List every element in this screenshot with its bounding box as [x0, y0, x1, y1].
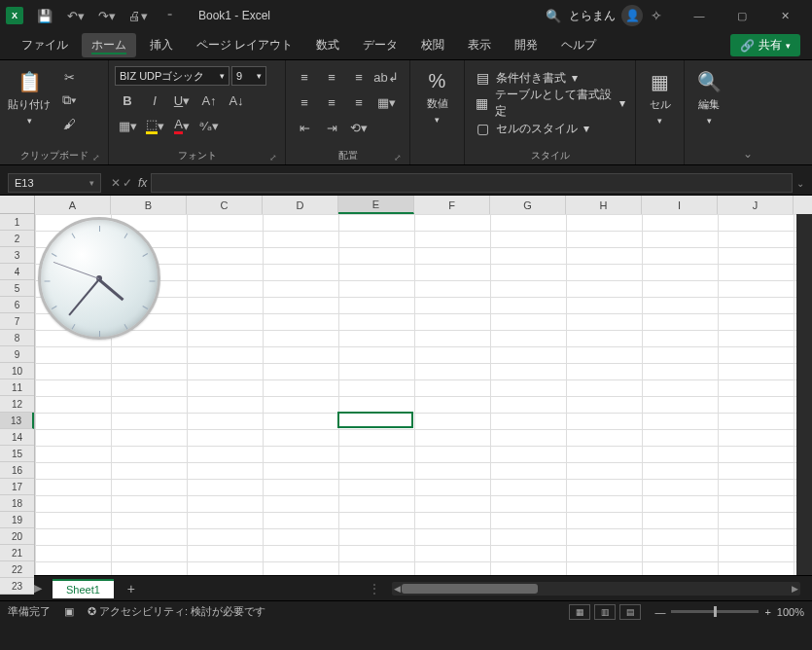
cancel-formula-icon[interactable]: ✕ [111, 176, 121, 190]
italic-button[interactable]: I [142, 90, 167, 111]
decrease-font-icon[interactable]: A↓ [224, 90, 249, 111]
row-header[interactable]: 10 [0, 363, 34, 379]
qat-more-icon[interactable]: ⁼ [156, 2, 183, 29]
zoom-out-button[interactable]: — [654, 606, 665, 618]
tab-help[interactable]: ヘルプ [551, 33, 606, 57]
clock-activex-control[interactable] [38, 217, 160, 340]
merge-center-icon[interactable]: ▦▾ [373, 91, 399, 113]
col-header[interactable]: F [414, 196, 490, 214]
font-name-combo[interactable]: BIZ UDPゴシック▾ [115, 66, 229, 86]
share-button[interactable]: 🔗 共有 ▾ [730, 34, 800, 56]
zoom-in-button[interactable]: + [764, 606, 770, 618]
zoom-slider[interactable] [671, 610, 759, 613]
vertical-scrollbar[interactable] [796, 214, 812, 575]
tab-file[interactable]: ファイル [12, 33, 78, 57]
align-top-icon[interactable]: ≡ [292, 66, 317, 88]
col-header[interactable]: J [718, 196, 794, 214]
row-header[interactable]: 5 [0, 280, 34, 297]
row-header[interactable]: 21 [0, 545, 34, 561]
row-header[interactable]: 7 [0, 313, 34, 330]
dialog-launcher-icon[interactable]: ⤢ [269, 153, 277, 162]
font-color-icon[interactable]: A▾ [169, 115, 194, 136]
select-all-corner[interactable] [0, 196, 35, 214]
col-header[interactable]: A [35, 196, 111, 214]
collapse-ribbon-icon[interactable]: ⌄ [743, 147, 753, 161]
col-header[interactable]: G [490, 196, 566, 214]
col-header[interactable]: B [111, 196, 187, 214]
format-as-table-button[interactable]: ▦テーブルとして書式設定 ▾ [471, 91, 629, 115]
row-header[interactable]: 3 [0, 247, 34, 264]
worksheet-area[interactable]: 1 2 3 4 5 6 7 8 9 10 11 12 13 14 15 16 1… [0, 214, 812, 575]
col-header[interactable]: H [566, 196, 642, 214]
tab-review[interactable]: 校閲 [411, 33, 454, 57]
tab-data[interactable]: データ [353, 33, 407, 57]
redo-icon[interactable]: ↷▾ [93, 2, 121, 29]
print-icon[interactable]: 🖨▾ [124, 2, 152, 29]
account-user[interactable]: とらまん 👤 [569, 5, 643, 26]
macro-record-icon[interactable]: ▣ [64, 605, 74, 618]
row-header[interactable]: 11 [0, 379, 34, 396]
row-header[interactable]: 19 [0, 512, 34, 528]
cut-icon[interactable]: ✂ [56, 66, 82, 88]
tab-insert[interactable]: 挿入 [140, 33, 183, 57]
row-header[interactable]: 18 [0, 495, 34, 512]
phonetic-icon[interactable]: ᵃ⁄ₐ▾ [196, 115, 222, 136]
row-header[interactable]: 6 [0, 297, 34, 313]
fill-color-icon[interactable]: ⬚▾ [142, 115, 167, 136]
accessibility-status[interactable]: ✪ アクセシビリティ: 検討が必要です [88, 604, 265, 619]
tab-split-handle[interactable]: ⋮ [369, 582, 380, 596]
row-header[interactable]: 22 [0, 561, 34, 578]
col-header[interactable]: E [338, 196, 414, 214]
dialog-launcher-icon[interactable]: ⤢ [92, 153, 100, 162]
save-icon[interactable]: 💾 [31, 2, 58, 29]
align-bottom-icon[interactable]: ≡ [346, 66, 371, 88]
name-box[interactable]: E13▾ [8, 173, 101, 193]
formula-bar[interactable] [151, 173, 793, 193]
align-middle-icon[interactable]: ≡ [319, 66, 344, 88]
zoom-level[interactable]: 100% [777, 606, 804, 618]
sheet-tab[interactable]: Sheet1 [53, 579, 114, 598]
cells-button[interactable]: ▦ セル ▾ [642, 66, 678, 129]
row-header[interactable]: 20 [0, 528, 34, 545]
decrease-indent-icon[interactable]: ⇤ [292, 117, 317, 138]
page-layout-view-icon[interactable]: ▥ [594, 604, 616, 620]
minimize-button[interactable]: — [678, 0, 721, 31]
col-header[interactable]: I [642, 196, 718, 214]
enter-formula-icon[interactable]: ✓ [123, 176, 132, 190]
page-break-view-icon[interactable]: ▤ [619, 604, 641, 620]
row-header[interactable]: 9 [0, 346, 34, 363]
row-header[interactable]: 17 [0, 479, 34, 495]
dialog-launcher-icon[interactable]: ⤢ [394, 153, 402, 162]
tab-home[interactable]: ホーム [82, 33, 136, 57]
new-sheet-button[interactable]: + [120, 581, 143, 596]
col-header[interactable]: D [263, 196, 338, 214]
format-painter-icon[interactable]: 🖌 [56, 113, 82, 134]
row-header[interactable]: 8 [0, 330, 34, 346]
tab-formulas[interactable]: 数式 [306, 33, 349, 57]
cell-styles-button[interactable]: ▢セルのスタイル ▾ [471, 117, 593, 140]
search-icon[interactable]: 🔍 [546, 9, 561, 23]
col-header[interactable]: C [187, 196, 263, 214]
borders-icon[interactable]: ▦▾ [115, 115, 140, 136]
wrap-text-icon[interactable]: ab↲ [373, 66, 399, 88]
row-header[interactable]: 1 [0, 214, 34, 231]
coming-soon-icon[interactable]: ✧ [651, 8, 662, 23]
row-header[interactable]: 4 [0, 264, 34, 280]
row-header[interactable]: 14 [0, 429, 34, 446]
row-header[interactable]: 13 [0, 413, 34, 429]
align-center-icon[interactable]: ≡ [319, 91, 344, 113]
tab-view[interactable]: 表示 [458, 33, 501, 57]
align-right-icon[interactable]: ≡ [346, 91, 371, 113]
row-header[interactable]: 12 [0, 396, 34, 413]
orientation-icon[interactable]: ⟲▾ [346, 117, 371, 138]
row-header[interactable]: 2 [0, 231, 34, 247]
close-button[interactable]: ✕ [763, 0, 806, 31]
expand-formula-icon[interactable]: ⌄ [796, 178, 804, 189]
bold-button[interactable]: B [115, 90, 140, 111]
row-header[interactable]: 16 [0, 462, 34, 479]
increase-indent-icon[interactable]: ⇥ [319, 117, 344, 138]
underline-button[interactable]: U▾ [169, 90, 194, 111]
tab-page-layout[interactable]: ページ レイアウト [187, 33, 302, 57]
align-left-icon[interactable]: ≡ [292, 91, 317, 113]
increase-font-icon[interactable]: A↑ [196, 90, 222, 111]
